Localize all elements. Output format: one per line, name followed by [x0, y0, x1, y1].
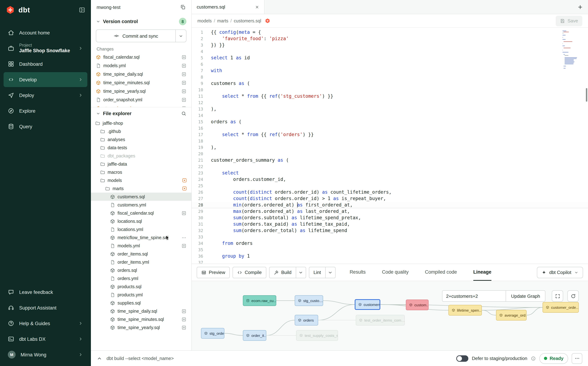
code-line-4[interactable]: 4	[192, 48, 588, 55]
code-line-34[interactable]: 34 from orders	[192, 240, 588, 247]
tree-file-locations-sql[interactable]: locations.sql	[91, 217, 191, 225]
code-line-6[interactable]: 6	[192, 61, 588, 68]
sidebar-item-support-assistant[interactable]: Support Assistant	[4, 300, 87, 315]
tree-folder-github[interactable]: .github	[91, 127, 191, 135]
sidebar-item-query[interactable]: Query	[4, 119, 87, 134]
sidebar-item-account-home[interactable]: Account home	[4, 25, 87, 40]
lineage-node-custom[interactable]: custom…	[406, 299, 429, 310]
tab-results[interactable]: Results	[350, 264, 365, 281]
code-line-36[interactable]: 36 group by 1	[192, 253, 588, 259]
tree-file-products-yml[interactable]: products.yml	[91, 291, 191, 299]
code-line-2[interactable]: 2 'favorite_food': 'pizza'	[192, 36, 588, 42]
lineage-node-test-supply-costs-s[interactable]: test_supply_costs_s…	[296, 330, 338, 341]
code-line-33[interactable]: 33	[192, 234, 588, 240]
lineage-node-stg-orders[interactable]: stg_orders	[201, 328, 224, 339]
file-explorer-header[interactable]: File explorer	[91, 107, 191, 119]
close-icon[interactable]	[255, 5, 259, 9]
tree-folder-analyses[interactable]: analyses	[91, 135, 191, 144]
editor-scrollbar[interactable]	[586, 88, 587, 102]
dbt-command-input[interactable]: dbt build --select <model_name>	[106, 356, 174, 361]
tab-code-quality[interactable]: Code quality	[382, 264, 409, 281]
code-line-7[interactable]: 7with	[192, 68, 588, 74]
tree-folder-data-tests[interactable]: data-tests	[91, 144, 191, 152]
lineage-node-ecom-raw-cu[interactable]: ecom.raw_cu…	[243, 295, 276, 306]
tree-file-orders-sql[interactable]: orders.sql	[91, 266, 191, 274]
tree-file-fiscal-calendar-sql[interactable]: fiscal_calendar.sql	[91, 209, 191, 217]
tree-file-customers-yml[interactable]: customers.yml	[91, 201, 191, 209]
lineage-node-test-order-items-com[interactable]: test_order_items_com…	[356, 315, 405, 326]
refresh-graph-button[interactable]	[567, 290, 579, 302]
brand-label[interactable]: dbt	[18, 6, 30, 14]
tab-lineage[interactable]: Lineage	[473, 264, 491, 281]
sidebar-item-project[interactable]: ProjectJaffle Shop Snowflake	[4, 41, 87, 56]
sidebar-item-help-guides[interactable]: Help & Guides	[4, 316, 87, 331]
tree-folder-dbt-packages[interactable]: dbt_packages	[91, 152, 191, 160]
editor-minimap[interactable]	[562, 30, 583, 70]
code-line-31[interactable]: 31 sum(orders.tax_paid) as lifetime_tax_…	[192, 221, 588, 227]
change-row-time-spine-yearly-sql[interactable]: time_spine_yearly.sql	[91, 87, 191, 96]
tree-file-order-items-sql[interactable]: order_items.sql	[91, 250, 191, 258]
code-line-19[interactable]: 19),	[192, 144, 588, 151]
tree-file-time-spine-daily-sql[interactable]: time_spine_daily.sql	[91, 307, 191, 315]
copy-branch-icon[interactable]	[180, 4, 186, 10]
lint-dropdown-button[interactable]	[326, 267, 335, 278]
fullscreen-button[interactable]	[552, 290, 563, 302]
lineage-node-order-it[interactable]: order_it…	[243, 330, 266, 341]
info-icon[interactable]	[531, 356, 536, 361]
preview-button[interactable]: Preview	[197, 267, 230, 278]
code-editor[interactable]: 1{{ config(meta = {2 'favorite_food': 'p…	[192, 28, 588, 264]
collapse-sidebar-icon[interactable]	[79, 7, 85, 13]
code-line-8[interactable]: 8	[192, 74, 588, 80]
code-line-3[interactable]: 3}) }}	[192, 42, 588, 48]
code-line-25[interactable]: 25	[192, 183, 588, 189]
change-row-time-spine-daily-sql[interactable]: time_spine_daily.sql	[91, 70, 191, 78]
lineage-node-average-ord[interactable]: average_ord…	[496, 310, 527, 320]
tree-folder-marts[interactable]: marts	[91, 184, 191, 193]
code-line-21[interactable]: 21customer_orders_summary as (	[192, 157, 588, 163]
defer-toggle[interactable]	[456, 355, 468, 362]
change-row-order-snapshot-yml[interactable]: order_snapshot.yml	[91, 96, 191, 104]
lineage-node-lifetime-spen[interactable]: lifetime_spen…	[448, 305, 482, 316]
tree-folder-macros[interactable]: macros	[91, 168, 191, 176]
sidebar-item-deploy[interactable]: Deploy	[4, 88, 87, 103]
expand-command-bar-icon[interactable]	[97, 356, 102, 361]
code-line-1[interactable]: 1{{ config(meta = {	[192, 29, 588, 36]
compile-button[interactable]: Compile	[233, 267, 266, 278]
save-button[interactable]: Save	[556, 15, 582, 26]
code-line-24[interactable]: 24 orders.customer_id,	[192, 176, 588, 183]
code-line-26[interactable]: 26 count(distinct orders.order_id) as co…	[192, 189, 588, 195]
search-icon[interactable]	[181, 111, 186, 116]
new-tab-button[interactable]	[572, 0, 588, 14]
lineage-node-orders[interactable]: orders	[295, 315, 318, 326]
sidebar-item-explore[interactable]: Explore	[4, 103, 87, 118]
dbt-logo-icon[interactable]	[6, 5, 15, 15]
code-line-29[interactable]: 29 max(orders.ordered_at) as last_ordere…	[192, 208, 588, 215]
lineage-node-customers[interactable]: customers	[355, 299, 380, 310]
tree-file-metricflow-time-spine-sql[interactable]: metricflow_time_spine.sql	[91, 233, 191, 242]
lint-button[interactable]: Lint	[309, 267, 326, 278]
build-dropdown-button[interactable]	[296, 267, 306, 278]
code-line-23[interactable]: 23 select	[192, 170, 588, 176]
lineage-selector-input[interactable]	[442, 290, 506, 302]
change-row-models-yml[interactable]: models.yml	[91, 61, 191, 70]
ready-status-pill[interactable]: Ready	[539, 353, 568, 364]
tree-file-orders-yml[interactable]: orders.yml	[91, 274, 191, 282]
code-line-22[interactable]: 22	[192, 163, 588, 170]
tree-file-products-sql[interactable]: products.sql	[91, 282, 191, 291]
sidebar-item-leave-feedback[interactable]: Leave feedback	[4, 285, 87, 299]
commit-dropdown-button[interactable]	[175, 30, 186, 42]
code-line-30[interactable]: 30 sum(orders.subtotal) as lifetime_spen…	[192, 215, 588, 221]
code-line-18[interactable]: 18	[192, 138, 588, 144]
dbt-copilot-button[interactable]: dbt Copilot	[537, 267, 583, 278]
code-line-14[interactable]: 14	[192, 112, 588, 119]
tree-folder-jaffle-data[interactable]: jaffle-data	[91, 160, 191, 168]
version-control-header[interactable]: Version control 8	[91, 14, 191, 28]
code-line-5[interactable]: 5select 1 as id	[192, 55, 588, 61]
sidebar-item-dbt-labs-dx[interactable]: dbt Labs DX	[4, 332, 87, 346]
more-options-button[interactable]	[572, 353, 582, 364]
change-row-fiscal-calendar-sql[interactable]: fiscal_calendar.sql	[91, 53, 191, 61]
code-line-9[interactable]: 9customers as (	[192, 80, 588, 87]
tree-file-supplies-sql[interactable]: supplies.sql	[91, 299, 191, 307]
tree-file-locations-yml[interactable]: locations.yml	[91, 225, 191, 233]
tree-file-order-items-yml[interactable]: order_items.yml	[91, 258, 191, 266]
